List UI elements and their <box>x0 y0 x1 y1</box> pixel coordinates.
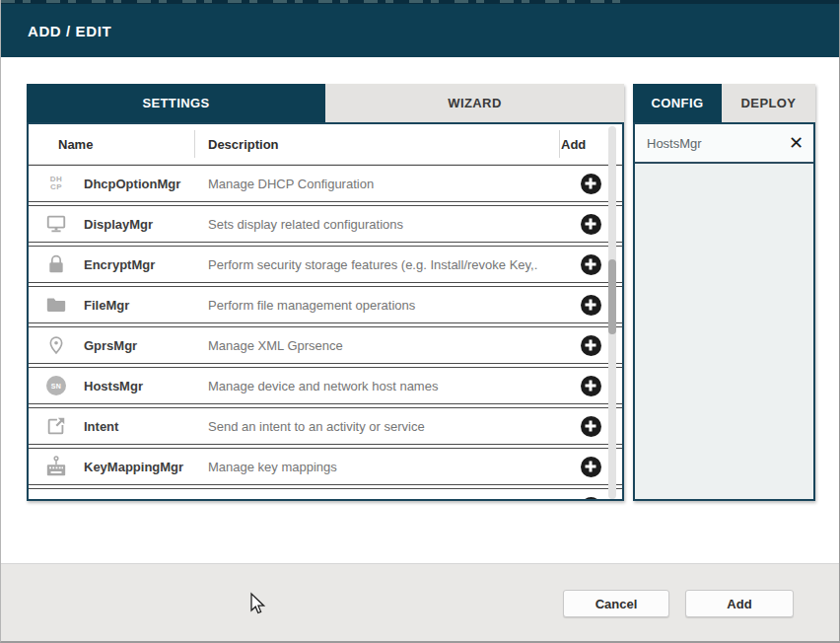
add-row-icon[interactable] <box>581 335 601 356</box>
row-description: Perform license management operations <box>204 500 559 502</box>
table-rows: DHCP DhcpOptionMgr Manage DHCP Configura… <box>29 165 622 501</box>
add-row-icon[interactable] <box>581 416 601 437</box>
header-divider <box>559 130 560 158</box>
left-tabbar: SETTINGS WIZARD <box>27 84 624 122</box>
config-panel: HostsMgr ✕ <box>633 122 815 501</box>
add-row-icon[interactable] <box>581 376 601 396</box>
add-row-icon[interactable] <box>581 295 601 316</box>
tab-config[interactable]: CONFIG <box>633 84 722 122</box>
table-scrollbar-track[interactable] <box>608 126 616 499</box>
row-description: Sets display related configurations <box>204 217 559 232</box>
table-row: Intent Send an intent to an activity or … <box>29 407 622 445</box>
tab-wizard[interactable]: WIZARD <box>325 84 624 122</box>
add-edit-dialog: ADD / EDIT SETTINGS WIZARD CONFIG DEPLOY… <box>0 0 840 643</box>
table-row: LicenseMgr Perform license management op… <box>29 488 622 501</box>
add-row-icon[interactable] <box>581 174 601 194</box>
row-description: Perform file management operations <box>204 298 559 313</box>
table-row: FileMgr Perform file management operatio… <box>29 286 622 323</box>
row-description: Perform security storage features (e.g. … <box>204 257 559 272</box>
table-header: Name Description Add <box>29 124 622 165</box>
row-description: Manage XML Gprsence <box>204 338 559 353</box>
add-row-icon[interactable] <box>581 457 601 477</box>
lock-icon <box>29 254 84 274</box>
close-icon[interactable]: ✕ <box>779 134 813 152</box>
dialog-footer: Cancel Add <box>1 563 840 643</box>
row-name: EncryptMgr <box>84 257 204 272</box>
column-header-description: Description <box>204 137 561 152</box>
add-button[interactable]: Add <box>685 590 794 617</box>
add-row-icon[interactable] <box>581 214 601 235</box>
cancel-button[interactable]: Cancel <box>563 590 669 617</box>
keyboard-icon <box>29 455 84 478</box>
row-name: HostsMgr <box>84 379 204 393</box>
table-scrollbar-thumb[interactable] <box>608 259 616 334</box>
row-name: KeyMappingMgr <box>84 460 204 474</box>
share-icon <box>29 415 84 437</box>
display-icon <box>29 213 84 235</box>
tab-deploy[interactable]: DEPLOY <box>722 84 815 122</box>
table-row: KeyMappingMgr Manage key mappings <box>29 448 622 485</box>
license-icon <box>29 496 84 501</box>
row-name: Intent <box>84 419 204 434</box>
sn-circle-icon: SN <box>29 376 84 395</box>
config-item-hostsmgr: HostsMgr ✕ <box>635 124 813 164</box>
table-row: DHCP DhcpOptionMgr Manage DHCP Configura… <box>29 165 622 202</box>
folder-icon <box>29 294 84 316</box>
row-name: DisplayMgr <box>84 217 204 232</box>
add-row-icon[interactable] <box>581 497 601 502</box>
row-description: Send an intent to an activity or service <box>204 419 559 434</box>
add-row-icon[interactable] <box>581 254 601 275</box>
table-row: GprsMgr Manage XML Gprsence <box>29 326 622 364</box>
dhcp-text-icon: DHCP <box>29 176 84 191</box>
dialog-title: ADD / EDIT <box>1 23 111 39</box>
tab-wizard-label: WIZARD <box>448 96 501 110</box>
config-item-label: HostsMgr <box>635 136 779 151</box>
dialog-header: ADD / EDIT <box>1 4 840 57</box>
row-description: Manage device and network host names <box>204 379 559 393</box>
row-name: LicenseMgr <box>84 500 204 502</box>
row-name: FileMgr <box>84 298 204 313</box>
row-description: Manage key mappings <box>204 460 559 474</box>
tab-config-label: CONFIG <box>652 96 704 110</box>
row-name: GprsMgr <box>84 338 204 353</box>
tab-deploy-label: DEPLOY <box>741 96 797 110</box>
settings-table-panel: Name Description Add DHCP DhcpOptionMgr … <box>27 122 624 501</box>
column-header-name: Name <box>58 137 204 152</box>
row-name: DhcpOptionMgr <box>84 177 204 191</box>
location-pin-icon <box>29 334 84 356</box>
tab-settings-label: SETTINGS <box>142 96 209 110</box>
right-tabbar: CONFIG DEPLOY <box>633 84 815 122</box>
tab-settings[interactable]: SETTINGS <box>27 84 325 122</box>
table-row: DisplayMgr Sets display related configur… <box>29 205 622 243</box>
header-divider <box>194 130 195 158</box>
table-row: EncryptMgr Perform security storage feat… <box>29 246 622 283</box>
table-row: SN HostsMgr Manage device and network ho… <box>29 367 622 404</box>
row-description: Manage DHCP Configuration <box>204 177 559 191</box>
